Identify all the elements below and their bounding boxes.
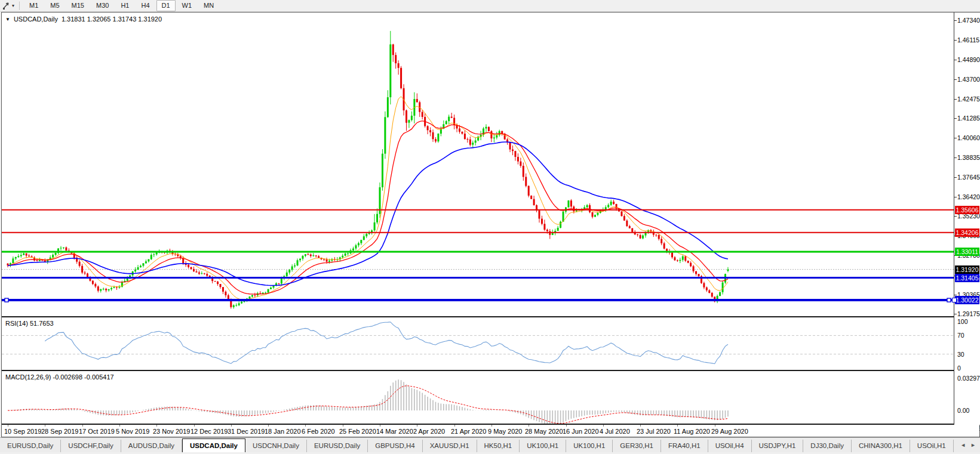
cursor-tool-icon [2,2,10,10]
price-tick-label: 1.43700 [957,76,980,83]
macd-pane[interactable] [2,371,954,424]
price-tick-mark [954,295,957,295]
tab-usoil-h1[interactable]: USOil,H1 [910,440,954,452]
price-level-label: 1.34206 [955,228,979,237]
date-tick-mark [529,425,529,427]
chart-title: ▼ USDCAD,Daily 1.31831 1.32065 1.31743 1… [5,16,162,23]
price-tick-label: 1.29175 [957,310,980,317]
tab-usdchf-daily[interactable]: USDCHF,Daily [61,440,121,452]
tab-usdcnh-daily[interactable]: USDCNH,Daily [245,440,307,452]
date-axis[interactable]: 10 Sep 201928 Sep 201917 Oct 20195 Nov 2… [2,425,979,437]
date-axis-label: 28 May 2020 [525,428,563,435]
price-tick-mark [954,138,957,138]
line-handle[interactable] [5,298,8,302]
candles [7,31,729,309]
rsi-pane[interactable] [2,317,954,370]
price-tick-mark [954,177,957,178]
date-axis-label: 21 Apr 2020 [451,428,486,435]
date-axis-label: 11 Aug 2020 [674,428,710,435]
date-axis-label: 6 Feb 2020 [302,428,335,435]
rsi-axis-label: 70 [957,332,964,339]
date-axis-label: 16 Jun 2020 [563,428,599,435]
timeframe-button-m5[interactable]: M5 [45,0,64,11]
date-tick-mark [491,425,492,427]
price-tick-mark [954,314,957,314]
tab-uk100-h1[interactable]: UK100,H1 [520,440,566,452]
timeframe-toolbar: ▾ M1M5M15M30H1H4D1W1MN [0,0,980,12]
macd-signal-line [8,386,728,424]
tab-usdjpy-h1[interactable]: USDJPY,H1 [752,440,804,452]
macd-axis-label: 0.032972 [957,375,980,382]
tab-ger30-h1[interactable]: GER30,H1 [613,440,661,452]
date-axis-label: 17 Oct 2019 [79,428,115,435]
timeframe-button-m15[interactable]: M15 [66,0,90,11]
price-tick-label: 1.41285 [957,115,980,122]
tab-scroll-right-icon[interactable]: ► [969,442,978,448]
timeframe-button-m30[interactable]: M30 [91,0,114,11]
macd-histogram [8,379,728,424]
price-scale[interactable]: 1.473401.461151.448901.437001.424751.412… [954,13,980,425]
timeframe-button-mn[interactable]: MN [198,0,219,11]
date-tick-mark [380,425,380,427]
chart-symbol-label: USDCAD,Daily [14,16,58,23]
tab-xauusd-h1[interactable]: XAUUSD,H1 [423,440,477,452]
date-tick-mark [566,425,567,427]
date-tick-mark [417,425,417,427]
chart-window: ▼ USDCAD,Daily 1.31831 1.32065 1.31743 1… [1,12,980,437]
price-tick-mark [954,20,957,21]
price-tick-mark [954,197,957,197]
date-axis-label: 23 Nov 2019 [153,428,190,435]
tab-usdcad-daily[interactable]: USDCAD,Daily [182,438,245,452]
date-axis-label: 4 Jul 2020 [600,428,630,435]
timeframe-button-d1[interactable]: D1 [156,0,176,11]
macd-label: MACD(12,26,9) -0.002698 -0.005417 [5,373,114,381]
ma-mid-line [8,121,728,295]
tab-scroll-left-icon[interactable]: ◄ [959,442,967,448]
timeframe-button-h1[interactable]: H1 [115,0,134,11]
cursor-tool-button[interactable]: ▾ [0,0,17,11]
rsi-label: RSI(14) 51.7653 [5,320,54,327]
chart-ohlc-values: 1.31831 1.32065 1.31743 1.31920 [62,16,162,23]
tab-china300-h1[interactable]: CHINA300,H1 [852,440,910,452]
line-handle[interactable] [952,298,957,302]
rsi-line [45,322,728,364]
main-chart-pane[interactable] [2,13,954,316]
tab-gbpusd-h4[interactable]: GBPUSD,H4 [368,440,422,452]
date-axis-label: 31 Dec 2019 [228,428,265,435]
date-axis-label: 18 Jan 2020 [265,428,301,435]
tab-usoil-h4[interactable]: USOil,H4 [708,440,752,452]
tab-scrollers: ◄► [956,438,980,452]
date-tick-mark [8,425,8,427]
date-axis-label: 29 Aug 2020 [711,428,748,435]
chart-collapse-icon[interactable]: ▼ [5,17,10,22]
tab-eurusd-daily[interactable]: EURUSD,Daily [0,440,61,452]
timeframe-button-h4[interactable]: H4 [136,0,155,11]
date-axis-label: 14 Mar 2020 [376,428,413,435]
tab-dj30-daily[interactable]: DJ30,Daily [803,440,852,452]
date-tick-mark [156,425,157,427]
date-axis-label: 12 Dec 2019 [191,428,228,435]
line-handle[interactable] [947,298,951,302]
price-tick-label: 1.44890 [957,56,980,63]
timeframe-button-w1[interactable]: W1 [177,0,198,11]
date-tick-mark [82,425,83,427]
date-axis-label: 10 Sep 2019 [4,428,41,435]
tab-audusd-daily[interactable]: AUDUSD,Daily [121,440,182,452]
price-level-label: 1.33011 [955,248,979,256]
ma-slow-line [8,142,728,286]
date-tick-mark [194,425,195,427]
date-tick-mark [231,425,232,427]
tab-hk50-h1[interactable]: HK50,H1 [477,440,520,452]
price-tick-mark [954,40,957,41]
date-tick-mark [715,425,715,427]
price-level-label: 1.31405 [955,274,979,282]
cursor-tool-caret-icon[interactable]: ▾ [12,3,14,8]
toolbar-grip [19,2,20,10]
tab-eurusd-daily[interactable]: EURUSD,Daily [307,440,368,452]
rsi-axis-label: 100 [957,318,968,325]
timeframe-button-m1[interactable]: M1 [24,0,44,11]
tab-uk100-h1[interactable]: UK100,H1 [566,440,613,452]
price-tick-label: 1.47340 [957,17,980,24]
tab-fra40-h1[interactable]: FRA40,H1 [661,440,708,452]
price-tick-mark [954,216,957,217]
